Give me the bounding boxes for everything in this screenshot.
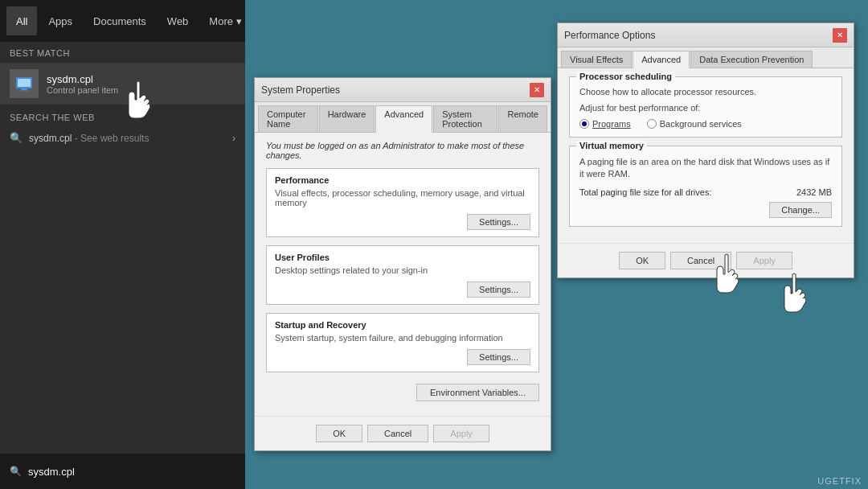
search-input[interactable] — [28, 466, 235, 478]
vm-total-label: Total paging file size for all drives: — [579, 187, 711, 197]
vm-total-value: 2432 MB — [796, 187, 832, 197]
adjust-label: Adjust for best performance of: — [579, 103, 832, 113]
sysprop-cancel-button[interactable]: Cancel — [367, 425, 428, 442]
chevron-right-icon: › — [232, 133, 235, 144]
virtual-memory-label: Virtual memory — [576, 141, 647, 150]
radio-programs[interactable]: Programs — [579, 119, 631, 129]
env-btn-wrap: Environment Variables... — [266, 380, 539, 408]
result-title: sysdm.cpl — [47, 73, 118, 85]
virtual-memory-group: Virtual memory A paging file is an area … — [569, 146, 842, 227]
result-icon — [10, 69, 39, 98]
tab-remote[interactable]: Remote — [498, 105, 547, 132]
radio-background-label: Background services — [660, 119, 742, 129]
search-tabs: All Apps Documents Web More ▾ — [0, 0, 245, 42]
tab-apps[interactable]: Apps — [39, 6, 82, 35]
search-web-label: Search the web — [0, 105, 245, 127]
radio-programs-label: Programs — [592, 119, 631, 129]
userprofiles-settings-button[interactable]: Settings... — [467, 281, 530, 298]
result-subtitle: Control panel item — [47, 85, 118, 95]
sysprop-footer: OK Cancel Apply — [255, 416, 551, 450]
search-result-item[interactable]: sysdm.cpl Control panel item — [0, 63, 245, 105]
tab-more[interactable]: More ▾ — [199, 6, 252, 35]
tab-web[interactable]: Web — [158, 6, 199, 35]
admin-notice: You must be logged on as an Administrato… — [266, 141, 539, 160]
sysprop-titlebar: System Properties ✕ — [255, 78, 551, 102]
processor-scheduling-label: Processor scheduling — [576, 72, 675, 81]
performance-section: Performance Visual effects, processor sc… — [266, 168, 539, 237]
vm-change-button[interactable]: Change... — [769, 202, 832, 218]
processor-scheduling-group: Processor scheduling Choose how to alloc… — [569, 76, 842, 138]
sysdm-icon — [14, 74, 34, 93]
result-text: sysdm.cpl Control panel item — [47, 73, 118, 95]
perf-close-button[interactable]: ✕ — [833, 28, 847, 43]
proc-sched-desc: Choose how to allocate processor resourc… — [579, 87, 832, 97]
tab-advanced-sysprop[interactable]: Advanced — [375, 105, 432, 133]
search-bottom-icon: 🔍 — [10, 466, 22, 477]
tab-documents[interactable]: Documents — [84, 6, 156, 35]
web-result-text: sysdm.cpl - See web results — [29, 133, 149, 144]
tab-system-protection[interactable]: System Protection — [433, 105, 497, 132]
svg-rect-3 — [19, 90, 29, 92]
startup-desc: System startup, system failure, and debu… — [275, 333, 530, 343]
perf-body: Processor scheduling Choose how to alloc… — [558, 68, 854, 243]
svg-rect-1 — [18, 79, 31, 87]
userprofiles-title: User Profiles — [275, 253, 530, 262]
sysprop-body: You must be logged on as an Administrato… — [255, 133, 551, 416]
perf-apply-button[interactable]: Apply — [736, 252, 792, 269]
perf-footer: OK Cancel Apply — [558, 243, 854, 277]
vm-row: Total paging file size for all drives: 2… — [579, 187, 832, 197]
svg-rect-2 — [21, 88, 27, 90]
sysprop-title: System Properties — [261, 84, 340, 96]
startup-settings-button[interactable]: Settings... — [467, 349, 530, 365]
startup-title: Startup and Recovery — [275, 320, 530, 330]
perf-title: Performance Options — [564, 30, 655, 41]
best-match-label: Best match — [0, 42, 245, 63]
sysprop-tabs: Computer Name Hardware Advanced System P… — [255, 102, 551, 133]
cursor-hand-change — [779, 273, 814, 318]
sysprop-apply-button[interactable]: Apply — [433, 425, 489, 442]
tab-dep[interactable]: Data Execution Prevention — [690, 51, 813, 68]
radio-background[interactable]: Background services — [647, 119, 742, 129]
search-panel: All Apps Documents Web More ▾ Best match… — [0, 0, 245, 489]
perf-titlebar: Performance Options ✕ — [558, 23, 854, 47]
performance-options-dialog: Performance Options ✕ Visual Effects Adv… — [557, 23, 854, 278]
sysprop-ok-button[interactable]: OK — [316, 425, 362, 442]
system-properties-dialog: System Properties ✕ Computer Name Hardwa… — [254, 77, 551, 451]
perf-cancel-button[interactable]: Cancel — [670, 252, 731, 269]
perf-tabs: Visual Effects Advanced Data Execution P… — [558, 47, 854, 68]
startup-section: Startup and Recovery System startup, sys… — [266, 313, 539, 372]
perf-ok-button[interactable]: OK — [619, 252, 665, 269]
watermark: UGETFIX — [817, 476, 862, 486]
performance-desc: Visual effects, processor scheduling, me… — [275, 188, 530, 208]
userprofiles-section: User Profiles Desktop settings related t… — [266, 245, 539, 305]
vm-desc: A paging file is an area on the hard dis… — [579, 156, 832, 181]
environment-variables-button[interactable]: Environment Variables... — [416, 384, 539, 401]
search-bottom: 🔍 — [0, 454, 245, 489]
search-icon: 🔍 — [10, 132, 23, 144]
web-result-item[interactable]: 🔍 sysdm.cpl - See web results › — [0, 127, 245, 149]
sysprop-close-button[interactable]: ✕ — [530, 83, 544, 97]
performance-title: Performance — [275, 175, 530, 185]
radio-row: Programs Background services — [579, 119, 832, 129]
tab-computer-name[interactable]: Computer Name — [258, 105, 318, 132]
tab-hardware[interactable]: Hardware — [319, 105, 375, 132]
tab-all[interactable]: All — [6, 6, 37, 35]
tab-visual-effects[interactable]: Visual Effects — [561, 51, 632, 68]
userprofiles-desc: Desktop settings related to your sign-in — [275, 265, 530, 275]
tab-advanced-perf[interactable]: Advanced — [633, 51, 690, 68]
chevron-down-icon: ▾ — [236, 15, 242, 27]
performance-settings-button[interactable]: Settings... — [467, 214, 530, 230]
